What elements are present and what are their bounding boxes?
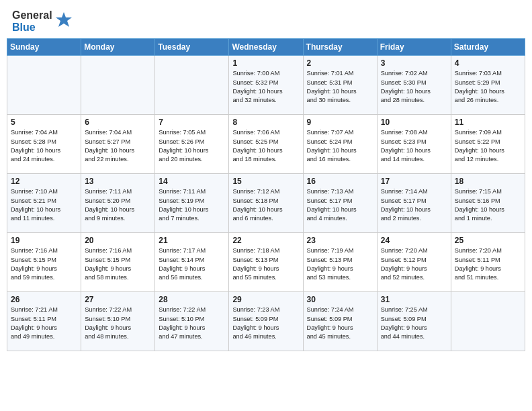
day-info: Sunrise: 7:18 AMSunset: 5:13 PMDaylight:… <box>232 247 279 281</box>
day-info: Sunrise: 7:03 AMSunset: 5:29 PMDaylight:… <box>455 70 504 103</box>
day-info: Sunrise: 7:09 AMSunset: 5:22 PMDaylight:… <box>455 129 504 163</box>
day-number: 11 <box>455 118 521 127</box>
day-info: Sunrise: 7:19 AMSunset: 5:13 PMDaylight:… <box>307 247 354 281</box>
calendar-cell: 20Sunrise: 7:16 AMSunset: 5:15 PMDayligh… <box>81 233 155 292</box>
svg-marker-0 <box>56 12 72 27</box>
day-info: Sunrise: 7:07 AMSunset: 5:24 PMDaylight:… <box>307 129 357 163</box>
day-number: 4 <box>455 58 521 68</box>
calendar-cell: 7Sunrise: 7:05 AMSunset: 5:26 PMDaylight… <box>155 115 229 174</box>
calendar-cell: 5Sunrise: 7:04 AMSunset: 5:28 PMDaylight… <box>7 115 81 174</box>
day-number: 29 <box>232 295 299 304</box>
page: General Blue SundayMondayTuesdayWednesda… <box>0 0 532 411</box>
day-number: 14 <box>159 177 225 186</box>
day-number: 18 <box>455 177 521 186</box>
day-info: Sunrise: 7:12 AMSunset: 5:18 PMDaylight:… <box>232 188 282 222</box>
calendar-cell: 4Sunrise: 7:03 AMSunset: 5:29 PMDaylight… <box>451 56 525 115</box>
weekday-header-wednesday: Wednesday <box>229 39 303 56</box>
calendar-cell: 22Sunrise: 7:18 AMSunset: 5:13 PMDayligh… <box>229 233 303 292</box>
weekday-header-sunday: Sunday <box>7 39 81 56</box>
day-number: 2 <box>307 58 373 68</box>
calendar-cell: 1Sunrise: 7:00 AMSunset: 5:32 PMDaylight… <box>229 56 303 115</box>
day-number: 17 <box>381 177 447 186</box>
day-info: Sunrise: 7:21 AMSunset: 5:11 PMDaylight:… <box>11 306 58 340</box>
calendar-cell: 3Sunrise: 7:02 AMSunset: 5:30 PMDaylight… <box>377 56 451 115</box>
calendar-cell: 17Sunrise: 7:14 AMSunset: 5:17 PMDayligh… <box>377 174 451 233</box>
calendar-cell: 29Sunrise: 7:23 AMSunset: 5:09 PMDayligh… <box>229 292 303 351</box>
calendar-cell <box>7 56 81 115</box>
day-number: 15 <box>232 177 299 186</box>
calendar-cell: 21Sunrise: 7:17 AMSunset: 5:14 PMDayligh… <box>155 233 229 292</box>
day-number: 31 <box>381 295 447 304</box>
calendar-cell: 11Sunrise: 7:09 AMSunset: 5:22 PMDayligh… <box>451 115 525 174</box>
day-info: Sunrise: 7:11 AMSunset: 5:19 PMDaylight:… <box>159 188 208 222</box>
weekday-header-tuesday: Tuesday <box>155 39 229 56</box>
day-number: 30 <box>307 295 373 304</box>
calendar-cell: 9Sunrise: 7:07 AMSunset: 5:24 PMDaylight… <box>303 115 377 174</box>
day-info: Sunrise: 7:10 AMSunset: 5:21 PMDaylight:… <box>11 188 60 222</box>
weekday-header-thursday: Thursday <box>303 39 377 56</box>
day-number: 13 <box>85 177 151 186</box>
calendar-cell: 31Sunrise: 7:25 AMSunset: 5:09 PMDayligh… <box>377 292 451 351</box>
week-row-2: 5Sunrise: 7:04 AMSunset: 5:28 PMDaylight… <box>7 115 525 174</box>
day-info: Sunrise: 7:25 AMSunset: 5:09 PMDaylight:… <box>381 306 428 340</box>
weekday-header-saturday: Saturday <box>451 39 525 56</box>
day-number: 20 <box>85 236 151 245</box>
day-info: Sunrise: 7:17 AMSunset: 5:14 PMDaylight:… <box>159 247 206 281</box>
calendar-cell <box>155 56 229 115</box>
day-info: Sunrise: 7:20 AMSunset: 5:12 PMDaylight:… <box>381 247 428 281</box>
weekday-header-monday: Monday <box>81 39 155 56</box>
day-number: 21 <box>159 236 225 245</box>
calendar-cell: 10Sunrise: 7:08 AMSunset: 5:23 PMDayligh… <box>377 115 451 174</box>
day-info: Sunrise: 7:05 AMSunset: 5:26 PMDaylight:… <box>159 129 208 163</box>
day-info: Sunrise: 7:00 AMSunset: 5:32 PMDaylight:… <box>232 70 282 103</box>
calendar-cell <box>451 292 525 351</box>
day-info: Sunrise: 7:11 AMSunset: 5:20 PMDaylight:… <box>85 188 134 222</box>
calendar-cell: 25Sunrise: 7:20 AMSunset: 5:11 PMDayligh… <box>451 233 525 292</box>
day-number: 9 <box>307 118 373 127</box>
calendar-cell: 12Sunrise: 7:10 AMSunset: 5:21 PMDayligh… <box>7 174 81 233</box>
day-number: 23 <box>307 236 373 245</box>
day-number: 10 <box>381 118 447 127</box>
day-number: 5 <box>11 118 77 127</box>
day-info: Sunrise: 7:13 AMSunset: 5:17 PMDaylight:… <box>307 188 357 222</box>
day-number: 1 <box>232 58 299 68</box>
calendar-cell: 28Sunrise: 7:22 AMSunset: 5:10 PMDayligh… <box>155 292 229 351</box>
day-number: 24 <box>381 236 447 245</box>
day-info: Sunrise: 7:14 AMSunset: 5:17 PMDaylight:… <box>381 188 431 222</box>
week-row-4: 19Sunrise: 7:16 AMSunset: 5:15 PMDayligh… <box>7 233 525 292</box>
day-number: 16 <box>307 177 373 186</box>
calendar-cell: 23Sunrise: 7:19 AMSunset: 5:13 PMDayligh… <box>303 233 377 292</box>
day-number: 28 <box>159 295 225 304</box>
calendar-cell: 26Sunrise: 7:21 AMSunset: 5:11 PMDayligh… <box>7 292 81 351</box>
calendar-cell: 6Sunrise: 7:04 AMSunset: 5:27 PMDaylight… <box>81 115 155 174</box>
weekday-header-friday: Friday <box>377 39 451 56</box>
day-info: Sunrise: 7:06 AMSunset: 5:25 PMDaylight:… <box>232 129 282 163</box>
day-info: Sunrise: 7:16 AMSunset: 5:15 PMDaylight:… <box>11 247 58 281</box>
calendar-cell: 16Sunrise: 7:13 AMSunset: 5:17 PMDayligh… <box>303 174 377 233</box>
logo-blue-text: Blue <box>12 21 36 34</box>
calendar-cell: 18Sunrise: 7:15 AMSunset: 5:16 PMDayligh… <box>451 174 525 233</box>
day-number: 12 <box>11 177 77 186</box>
day-info: Sunrise: 7:02 AMSunset: 5:30 PMDaylight:… <box>381 70 431 103</box>
logo: General Blue <box>12 9 73 33</box>
calendar-cell: 15Sunrise: 7:12 AMSunset: 5:18 PMDayligh… <box>229 174 303 233</box>
day-info: Sunrise: 7:22 AMSunset: 5:10 PMDaylight:… <box>85 306 132 340</box>
calendar-cell: 27Sunrise: 7:22 AMSunset: 5:10 PMDayligh… <box>81 292 155 351</box>
day-info: Sunrise: 7:04 AMSunset: 5:28 PMDaylight:… <box>11 129 60 163</box>
calendar-cell: 24Sunrise: 7:20 AMSunset: 5:12 PMDayligh… <box>377 233 451 292</box>
day-number: 27 <box>85 295 151 304</box>
calendar-cell: 13Sunrise: 7:11 AMSunset: 5:20 PMDayligh… <box>81 174 155 233</box>
calendar-cell: 14Sunrise: 7:11 AMSunset: 5:19 PMDayligh… <box>155 174 229 233</box>
day-number: 19 <box>11 236 77 245</box>
calendar-cell: 8Sunrise: 7:06 AMSunset: 5:25 PMDaylight… <box>229 115 303 174</box>
header: General Blue <box>0 0 532 38</box>
day-info: Sunrise: 7:01 AMSunset: 5:31 PMDaylight:… <box>307 70 357 103</box>
day-number: 3 <box>381 58 447 68</box>
day-info: Sunrise: 7:24 AMSunset: 5:09 PMDaylight:… <box>307 306 354 340</box>
logo-area: General Blue <box>12 9 73 33</box>
day-number: 26 <box>11 295 77 304</box>
calendar-cell: 2Sunrise: 7:01 AMSunset: 5:31 PMDaylight… <box>303 56 377 115</box>
week-row-3: 12Sunrise: 7:10 AMSunset: 5:21 PMDayligh… <box>7 174 525 233</box>
logo-general-text: General <box>12 9 52 21</box>
calendar-cell: 19Sunrise: 7:16 AMSunset: 5:15 PMDayligh… <box>7 233 81 292</box>
